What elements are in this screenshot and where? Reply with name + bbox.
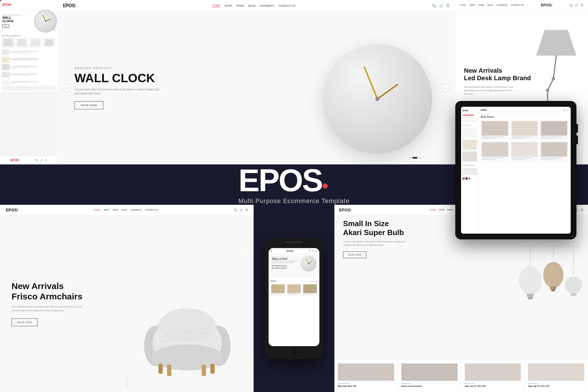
dot-1[interactable] bbox=[409, 157, 411, 159]
clock-circle bbox=[323, 44, 432, 154]
list-thumb-3 bbox=[2, 64, 10, 70]
tablet-search-icon[interactable]: 🔍 bbox=[563, 109, 565, 111]
list-item[interactable] bbox=[2, 71, 55, 78]
right-cart-icon[interactable]: 🛒 bbox=[575, 3, 578, 7]
armchair-nav-contact[interactable]: CONTACT US bbox=[145, 209, 158, 211]
phone-prod-name-1 bbox=[271, 294, 282, 294]
armchair-section: EPOS! HOME SHOP PAGE BLOG ELEMENTS CONTA… bbox=[0, 205, 254, 392]
bulb-svg bbox=[507, 246, 588, 361]
phone-storage-link[interactable]: Shop Now → bbox=[311, 281, 318, 282]
tablet-prod-price-3 bbox=[541, 138, 554, 139]
list-item[interactable] bbox=[2, 49, 55, 56]
right-menu-icon[interactable]: ☰ bbox=[581, 3, 583, 7]
bulb-product-4[interactable]: New Arrivals Sale Up To 70% Off bbox=[525, 360, 588, 392]
nav-link-page[interactable]: PAGE bbox=[237, 4, 244, 7]
armchair-nav-home[interactable]: HOME bbox=[94, 209, 100, 211]
right-nav-elements[interactable]: ELEMENTS bbox=[497, 4, 508, 6]
tablet-product-1[interactable] bbox=[481, 120, 509, 140]
bulb-prod-title-4: Sale Up To 70% Off bbox=[528, 385, 584, 387]
phone-search-icon[interactable]: 🔍 bbox=[308, 250, 311, 252]
dot-3[interactable] bbox=[419, 157, 421, 159]
bulb-nav-home[interactable]: HOME bbox=[430, 209, 436, 211]
tablet-product-4[interactable] bbox=[481, 141, 509, 161]
nav-link-blog[interactable]: BLOG bbox=[248, 4, 256, 7]
bulb-product-2[interactable]: New Arrivals Decor Accessories bbox=[398, 360, 461, 392]
phone-cart-icon[interactable]: 🛒 bbox=[312, 250, 315, 252]
list-info-5 bbox=[11, 81, 55, 83]
tablet-thumb-4[interactable] bbox=[462, 168, 477, 175]
prev-arrow[interactable]: ‹ bbox=[63, 84, 71, 92]
armchair-nav-logo: EPOS! bbox=[6, 208, 18, 212]
list-item[interactable] bbox=[2, 56, 55, 63]
bulb-desc: Choose LED lights to experience the most… bbox=[343, 240, 412, 247]
phone-product-2[interactable] bbox=[286, 284, 302, 296]
sidebar-logo-text: EPOS! bbox=[2, 3, 12, 6]
tablet-product-2[interactable] bbox=[510, 120, 539, 140]
right-nav-blog[interactable]: BLOG bbox=[488, 4, 493, 6]
tablet-product-5[interactable] bbox=[510, 141, 539, 161]
tablet-prod-img-6 bbox=[541, 142, 567, 157]
right-search-icon[interactable]: 🔍 bbox=[569, 3, 573, 7]
phone-home-button[interactable] bbox=[291, 348, 298, 355]
menu-icon[interactable]: ☰ bbox=[446, 4, 450, 8]
right-nav-home[interactable]: HOME bbox=[460, 4, 466, 6]
sidebar-product-3[interactable] bbox=[29, 37, 42, 48]
nav-link-elements[interactable]: ELEMENTS bbox=[260, 4, 274, 7]
tablet-thumb-1[interactable] bbox=[462, 128, 477, 138]
list-item[interactable] bbox=[2, 79, 55, 86]
sidebar-product-2[interactable] bbox=[15, 37, 28, 48]
search-icon[interactable]: 🔍 bbox=[432, 4, 436, 8]
right-nav-page[interactable]: PAGE bbox=[479, 4, 484, 6]
tablet-product-3[interactable] bbox=[540, 120, 568, 140]
bulb-nav-shop[interactable]: SHOP bbox=[439, 209, 445, 211]
phone-prod-img-3 bbox=[303, 284, 317, 293]
sidebar-product-1[interactable] bbox=[2, 37, 14, 48]
nav-link-home[interactable]: HOME bbox=[212, 4, 220, 7]
armchair-nav-elements[interactable]: ELEMENTS bbox=[131, 209, 142, 211]
shop-now-button[interactable]: SHOP NOW bbox=[74, 101, 103, 109]
hero-nav-logo: EPOS! bbox=[63, 3, 76, 8]
phone-hero-btn[interactable]: + SHOPPING NOW bbox=[272, 265, 286, 269]
sidebar-product-4[interactable] bbox=[43, 37, 55, 48]
armchair-cart-icon[interactable]: 🛒 bbox=[239, 208, 243, 211]
tablet-nav-3[interactable] bbox=[462, 120, 477, 121]
right-nav-contact[interactable]: CONTACT US bbox=[511, 4, 524, 6]
bulb-prod-img-1 bbox=[338, 363, 394, 381]
bulb-shop-btn[interactable]: SHOP NOW bbox=[343, 252, 366, 258]
armchair-menu-icon[interactable]: ☰ bbox=[245, 208, 248, 211]
center-hero: EPOS! HOME SHOP PAGE BLOG ELEMENTS CONTA… bbox=[57, 0, 455, 164]
cart-icon[interactable]: 🛒 bbox=[439, 4, 443, 8]
list-item[interactable] bbox=[2, 64, 55, 71]
tablet-thumb-3[interactable] bbox=[462, 151, 477, 162]
phone-product-3[interactable] bbox=[302, 284, 318, 296]
bulb-product-3[interactable]: Black Friday Sale Up To 70% Off bbox=[461, 360, 525, 392]
phone-product-1[interactable] bbox=[270, 284, 286, 296]
svg-point-20 bbox=[158, 308, 216, 343]
bulb-title: Small In SizeAkari Super Bulb bbox=[343, 219, 412, 237]
bulb-product-1[interactable]: Cyber Monday Big Sale 50% Off bbox=[334, 360, 398, 392]
bulb-nav-page[interactable]: PAGE bbox=[447, 209, 453, 211]
nav-link-shop[interactable]: SHOP bbox=[225, 4, 232, 7]
armchair-search-icon[interactable]: 🔍 bbox=[234, 208, 237, 211]
phone-hamburger-icon[interactable]: ☰ bbox=[270, 250, 272, 252]
next-arrow[interactable]: › bbox=[441, 84, 450, 92]
armchair-nav-page[interactable]: PAGE bbox=[113, 209, 118, 211]
tablet-nav-1[interactable] bbox=[462, 115, 474, 116]
armchair-nav-shop[interactable]: SHOP bbox=[104, 209, 109, 211]
phone-menu-icon[interactable]: ☰ bbox=[316, 250, 318, 252]
tablet-product-6[interactable] bbox=[540, 141, 568, 161]
nav-link-contact[interactable]: CONTACT US bbox=[279, 4, 295, 7]
tablet-nav-2[interactable] bbox=[462, 117, 477, 119]
bulb-menu-icon[interactable]: ☰ bbox=[581, 208, 583, 211]
list-name-3 bbox=[11, 66, 38, 67]
armchair-nav-blog[interactable]: BLOG bbox=[122, 209, 127, 211]
right-nav-shop[interactable]: SHOP bbox=[469, 4, 475, 6]
dot-2-active[interactable] bbox=[412, 157, 417, 159]
tablet-thumb-2[interactable] bbox=[462, 140, 477, 150]
tablet-cart-icon[interactable]: 🛒 bbox=[566, 109, 568, 111]
phone-nav-icons: 🔍 🛒 ☰ bbox=[308, 250, 318, 252]
main-container: EPOS! AMAZING PRODUCT! WALLCLOCK Shop bbox=[0, 0, 588, 392]
svg-line-4 bbox=[377, 85, 398, 99]
armchair-shop-btn[interactable]: SHOP NOW bbox=[12, 318, 38, 326]
sidebar-hero-btn[interactable]: Shop bbox=[2, 25, 9, 28]
